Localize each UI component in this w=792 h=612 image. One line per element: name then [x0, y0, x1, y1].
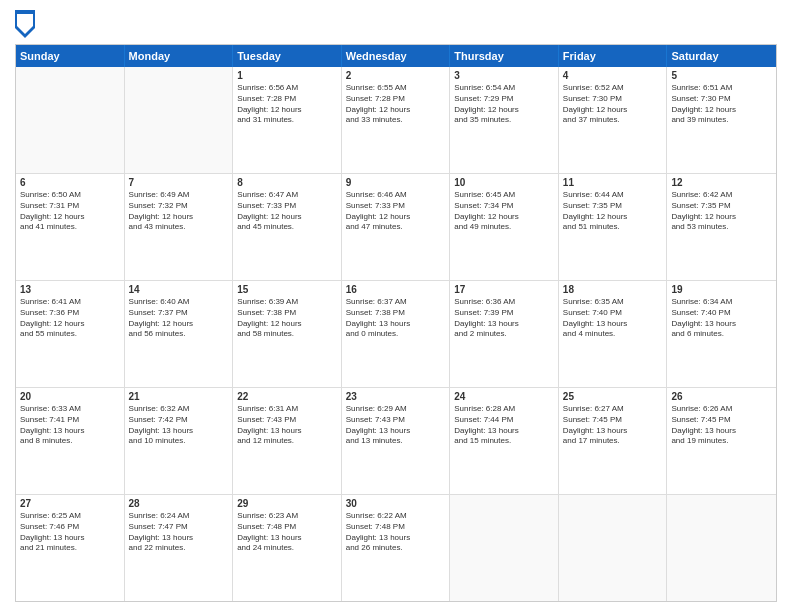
day-number: 7	[129, 177, 229, 188]
logo-icon	[15, 10, 35, 38]
day-number: 26	[671, 391, 772, 402]
calendar-cell: 18Sunrise: 6:35 AM Sunset: 7:40 PM Dayli…	[559, 281, 668, 387]
cell-info: Sunrise: 6:35 AM Sunset: 7:40 PM Dayligh…	[563, 297, 663, 340]
calendar-cell	[125, 67, 234, 173]
cell-info: Sunrise: 6:42 AM Sunset: 7:35 PM Dayligh…	[671, 190, 772, 233]
calendar-cell: 2Sunrise: 6:55 AM Sunset: 7:28 PM Daylig…	[342, 67, 451, 173]
header-day-monday: Monday	[125, 45, 234, 67]
calendar-cell: 6Sunrise: 6:50 AM Sunset: 7:31 PM Daylig…	[16, 174, 125, 280]
day-number: 25	[563, 391, 663, 402]
cell-info: Sunrise: 6:40 AM Sunset: 7:37 PM Dayligh…	[129, 297, 229, 340]
day-number: 1	[237, 70, 337, 81]
calendar-cell: 8Sunrise: 6:47 AM Sunset: 7:33 PM Daylig…	[233, 174, 342, 280]
calendar-cell: 13Sunrise: 6:41 AM Sunset: 7:36 PM Dayli…	[16, 281, 125, 387]
day-number: 18	[563, 284, 663, 295]
cell-info: Sunrise: 6:33 AM Sunset: 7:41 PM Dayligh…	[20, 404, 120, 447]
day-number: 20	[20, 391, 120, 402]
calendar-cell	[667, 495, 776, 601]
cell-info: Sunrise: 6:44 AM Sunset: 7:35 PM Dayligh…	[563, 190, 663, 233]
calendar-cell: 1Sunrise: 6:56 AM Sunset: 7:28 PM Daylig…	[233, 67, 342, 173]
day-number: 6	[20, 177, 120, 188]
day-number: 3	[454, 70, 554, 81]
header-day-thursday: Thursday	[450, 45, 559, 67]
day-number: 22	[237, 391, 337, 402]
day-number: 15	[237, 284, 337, 295]
day-number: 27	[20, 498, 120, 509]
day-number: 9	[346, 177, 446, 188]
calendar-cell: 7Sunrise: 6:49 AM Sunset: 7:32 PM Daylig…	[125, 174, 234, 280]
day-number: 21	[129, 391, 229, 402]
cell-info: Sunrise: 6:52 AM Sunset: 7:30 PM Dayligh…	[563, 83, 663, 126]
calendar-cell: 30Sunrise: 6:22 AM Sunset: 7:48 PM Dayli…	[342, 495, 451, 601]
day-number: 17	[454, 284, 554, 295]
calendar-cell: 20Sunrise: 6:33 AM Sunset: 7:41 PM Dayli…	[16, 388, 125, 494]
calendar-cell: 22Sunrise: 6:31 AM Sunset: 7:43 PM Dayli…	[233, 388, 342, 494]
calendar-cell: 14Sunrise: 6:40 AM Sunset: 7:37 PM Dayli…	[125, 281, 234, 387]
cell-info: Sunrise: 6:23 AM Sunset: 7:48 PM Dayligh…	[237, 511, 337, 554]
cell-info: Sunrise: 6:25 AM Sunset: 7:46 PM Dayligh…	[20, 511, 120, 554]
calendar-body: 1Sunrise: 6:56 AM Sunset: 7:28 PM Daylig…	[16, 67, 776, 601]
calendar-cell: 17Sunrise: 6:36 AM Sunset: 7:39 PM Dayli…	[450, 281, 559, 387]
calendar-row-0: 1Sunrise: 6:56 AM Sunset: 7:28 PM Daylig…	[16, 67, 776, 174]
cell-info: Sunrise: 6:54 AM Sunset: 7:29 PM Dayligh…	[454, 83, 554, 126]
calendar-cell: 29Sunrise: 6:23 AM Sunset: 7:48 PM Dayli…	[233, 495, 342, 601]
cell-info: Sunrise: 6:51 AM Sunset: 7:30 PM Dayligh…	[671, 83, 772, 126]
calendar-cell: 4Sunrise: 6:52 AM Sunset: 7:30 PM Daylig…	[559, 67, 668, 173]
header-day-sunday: Sunday	[16, 45, 125, 67]
calendar-cell: 28Sunrise: 6:24 AM Sunset: 7:47 PM Dayli…	[125, 495, 234, 601]
day-number: 19	[671, 284, 772, 295]
day-number: 24	[454, 391, 554, 402]
calendar-cell: 27Sunrise: 6:25 AM Sunset: 7:46 PM Dayli…	[16, 495, 125, 601]
day-number: 16	[346, 284, 446, 295]
header-day-tuesday: Tuesday	[233, 45, 342, 67]
cell-info: Sunrise: 6:55 AM Sunset: 7:28 PM Dayligh…	[346, 83, 446, 126]
calendar-cell	[16, 67, 125, 173]
calendar-cell	[450, 495, 559, 601]
cell-info: Sunrise: 6:50 AM Sunset: 7:31 PM Dayligh…	[20, 190, 120, 233]
day-number: 11	[563, 177, 663, 188]
day-number: 14	[129, 284, 229, 295]
calendar-row-3: 20Sunrise: 6:33 AM Sunset: 7:41 PM Dayli…	[16, 388, 776, 495]
header-day-wednesday: Wednesday	[342, 45, 451, 67]
cell-info: Sunrise: 6:31 AM Sunset: 7:43 PM Dayligh…	[237, 404, 337, 447]
day-number: 13	[20, 284, 120, 295]
calendar-cell: 19Sunrise: 6:34 AM Sunset: 7:40 PM Dayli…	[667, 281, 776, 387]
day-number: 28	[129, 498, 229, 509]
cell-info: Sunrise: 6:56 AM Sunset: 7:28 PM Dayligh…	[237, 83, 337, 126]
calendar: SundayMondayTuesdayWednesdayThursdayFrid…	[15, 44, 777, 602]
calendar-cell	[559, 495, 668, 601]
calendar-cell: 12Sunrise: 6:42 AM Sunset: 7:35 PM Dayli…	[667, 174, 776, 280]
calendar-cell: 3Sunrise: 6:54 AM Sunset: 7:29 PM Daylig…	[450, 67, 559, 173]
header-day-friday: Friday	[559, 45, 668, 67]
cell-info: Sunrise: 6:26 AM Sunset: 7:45 PM Dayligh…	[671, 404, 772, 447]
day-number: 4	[563, 70, 663, 81]
logo	[15, 10, 39, 38]
cell-info: Sunrise: 6:46 AM Sunset: 7:33 PM Dayligh…	[346, 190, 446, 233]
cell-info: Sunrise: 6:28 AM Sunset: 7:44 PM Dayligh…	[454, 404, 554, 447]
day-number: 10	[454, 177, 554, 188]
calendar-cell: 23Sunrise: 6:29 AM Sunset: 7:43 PM Dayli…	[342, 388, 451, 494]
cell-info: Sunrise: 6:27 AM Sunset: 7:45 PM Dayligh…	[563, 404, 663, 447]
calendar-row-1: 6Sunrise: 6:50 AM Sunset: 7:31 PM Daylig…	[16, 174, 776, 281]
cell-info: Sunrise: 6:34 AM Sunset: 7:40 PM Dayligh…	[671, 297, 772, 340]
calendar-cell: 11Sunrise: 6:44 AM Sunset: 7:35 PM Dayli…	[559, 174, 668, 280]
cell-info: Sunrise: 6:36 AM Sunset: 7:39 PM Dayligh…	[454, 297, 554, 340]
day-number: 8	[237, 177, 337, 188]
cell-info: Sunrise: 6:29 AM Sunset: 7:43 PM Dayligh…	[346, 404, 446, 447]
header	[15, 10, 777, 38]
cell-info: Sunrise: 6:22 AM Sunset: 7:48 PM Dayligh…	[346, 511, 446, 554]
calendar-cell: 25Sunrise: 6:27 AM Sunset: 7:45 PM Dayli…	[559, 388, 668, 494]
calendar-row-2: 13Sunrise: 6:41 AM Sunset: 7:36 PM Dayli…	[16, 281, 776, 388]
day-number: 2	[346, 70, 446, 81]
day-number: 30	[346, 498, 446, 509]
cell-info: Sunrise: 6:37 AM Sunset: 7:38 PM Dayligh…	[346, 297, 446, 340]
calendar-row-4: 27Sunrise: 6:25 AM Sunset: 7:46 PM Dayli…	[16, 495, 776, 601]
calendar-cell: 21Sunrise: 6:32 AM Sunset: 7:42 PM Dayli…	[125, 388, 234, 494]
calendar-cell: 16Sunrise: 6:37 AM Sunset: 7:38 PM Dayli…	[342, 281, 451, 387]
day-number: 29	[237, 498, 337, 509]
calendar-cell: 15Sunrise: 6:39 AM Sunset: 7:38 PM Dayli…	[233, 281, 342, 387]
calendar-cell: 9Sunrise: 6:46 AM Sunset: 7:33 PM Daylig…	[342, 174, 451, 280]
calendar-cell: 24Sunrise: 6:28 AM Sunset: 7:44 PM Dayli…	[450, 388, 559, 494]
day-number: 12	[671, 177, 772, 188]
cell-info: Sunrise: 6:39 AM Sunset: 7:38 PM Dayligh…	[237, 297, 337, 340]
